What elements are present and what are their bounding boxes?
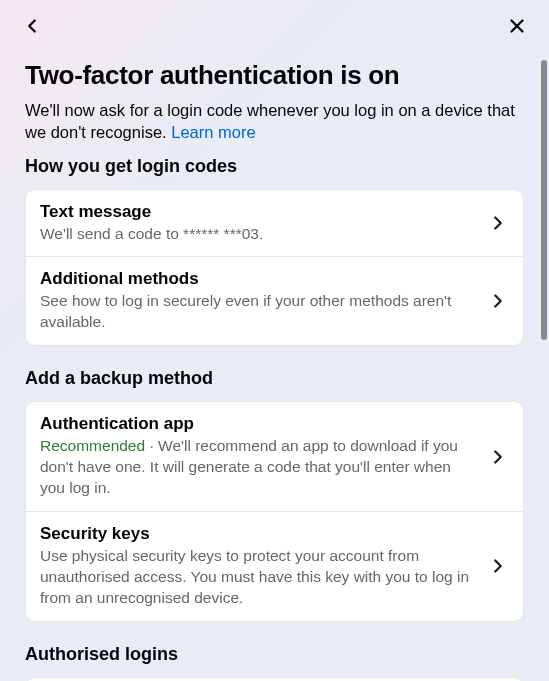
page-title: Two-factor authentication is on	[25, 60, 524, 91]
card-body: Additional methods See how to log in sec…	[40, 269, 477, 333]
backup-group: Authentication app Recommended · We'll r…	[25, 401, 524, 622]
additional-methods-sub: See how to log in securely even if your …	[40, 291, 477, 333]
section-heading-authorised: Authorised logins	[25, 644, 524, 665]
authentication-app-title: Authentication app	[40, 414, 477, 434]
security-keys-item[interactable]: Security keys Use physical security keys…	[26, 512, 523, 621]
chevron-right-icon	[487, 290, 509, 312]
close-icon	[506, 15, 528, 37]
chevron-right-icon	[487, 446, 509, 468]
recommended-badge: Recommended	[40, 437, 145, 454]
additional-methods-title: Additional methods	[40, 269, 477, 289]
section-heading-backup: Add a backup method	[25, 368, 524, 389]
close-button[interactable]	[503, 12, 531, 40]
authorised-group: Trusted devices Review a list of devices…	[25, 677, 524, 681]
login-codes-group: Text message We'll send a code to ******…	[25, 189, 524, 347]
page-description-text: We'll now ask for a login code whenever …	[25, 101, 515, 141]
learn-more-link[interactable]: Learn more	[171, 123, 255, 141]
chevron-right-icon	[487, 212, 509, 234]
content: Two-factor authentication is on We'll no…	[0, 60, 549, 681]
scrollbar[interactable]	[541, 60, 547, 340]
authentication-app-item[interactable]: Authentication app Recommended · We'll r…	[26, 402, 523, 512]
text-message-item[interactable]: Text message We'll send a code to ******…	[26, 190, 523, 258]
chevron-left-icon	[21, 15, 43, 37]
card-body: Security keys Use physical security keys…	[40, 524, 477, 609]
text-message-title: Text message	[40, 202, 477, 222]
section-heading-login-codes: How you get login codes	[25, 156, 524, 177]
card-body: Authentication app Recommended · We'll r…	[40, 414, 477, 499]
back-button[interactable]	[18, 12, 46, 40]
chevron-right-icon	[487, 555, 509, 577]
authentication-app-sub: Recommended · We'll recommend an app to …	[40, 436, 477, 499]
security-keys-sub: Use physical security keys to protect yo…	[40, 546, 477, 609]
additional-methods-item[interactable]: Additional methods See how to log in sec…	[26, 257, 523, 345]
security-keys-title: Security keys	[40, 524, 477, 544]
header	[0, 0, 549, 52]
card-body: Text message We'll send a code to ******…	[40, 202, 477, 245]
text-message-sub: We'll send a code to ****** ***03.	[40, 224, 477, 245]
page-description: We'll now ask for a login code whenever …	[25, 99, 524, 144]
